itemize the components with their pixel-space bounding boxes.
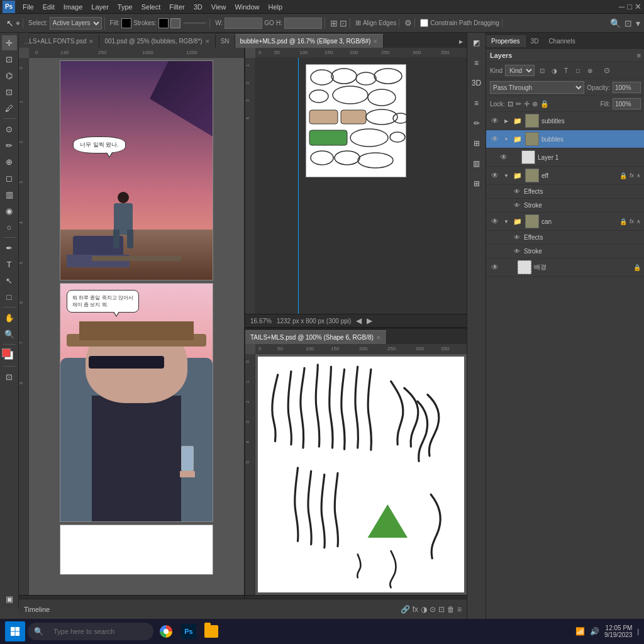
gear-icon[interactable]: ⚙ (404, 18, 412, 28)
start-button[interactable] (5, 621, 25, 641)
effects-eff-item[interactable]: 👁 Effects (486, 185, 644, 199)
tab-tails-mls[interactable]: TAILS+MLS.psd @ 100% (Shape 6, RGB/8) ✕ (245, 330, 387, 344)
top-canvas-content[interactable] (255, 58, 467, 314)
close-btn[interactable]: ✕ (635, 2, 641, 11)
swatches-panel-btn[interactable]: ⊞ (469, 136, 484, 151)
tab-layers[interactable]: Properties (486, 35, 526, 47)
lasso-tool[interactable]: ⌬ (2, 68, 17, 83)
menu-window[interactable]: Window (231, 2, 263, 12)
fill-input[interactable] (613, 98, 641, 109)
layer-item-can[interactable]: 👁 ▼ 📁 can 🔒 fx ∧ (486, 213, 644, 231)
layer-item-layer1[interactable]: 👁 ▶ Layer 1 (486, 148, 644, 167)
eye-background[interactable]: 👁 (490, 262, 500, 272)
select-dropdown[interactable]: Active Layers (50, 17, 102, 30)
stroke-color-swatch[interactable] (158, 18, 169, 28)
eye-can[interactable]: 👁 (490, 216, 500, 226)
tab-3d[interactable]: 3D (526, 35, 544, 47)
brush-panel-btn[interactable]: ✏ (469, 116, 484, 131)
expand-eff-icon[interactable]: ∧ (636, 172, 641, 179)
tab-sn[interactable]: SN (216, 34, 235, 48)
eye-eff[interactable]: 👁 (490, 170, 500, 180)
channels-panel-btn[interactable]: ≡ (469, 96, 484, 111)
blur-tool[interactable]: ◉ (2, 203, 17, 218)
show-desktop-btn[interactable]: | (637, 628, 639, 635)
blend-mode-dropdown[interactable]: Pass Through Normal Multiply (490, 81, 584, 94)
left-canvas-content[interactable]: 너무 일찍 왔나. (29, 58, 244, 595)
opacity-input[interactable] (613, 82, 641, 93)
lock-position-icon[interactable]: ✛ (524, 100, 530, 108)
restore-btn[interactable]: □ (627, 2, 632, 11)
menu-type[interactable]: Type (114, 2, 136, 12)
crop-tool[interactable]: ⊡ (2, 84, 17, 99)
history-panel-btn[interactable]: ◩ (469, 35, 484, 50)
arrow-eff[interactable]: ▼ (502, 172, 510, 179)
volume-icon[interactable]: 🔊 (590, 627, 599, 636)
eye-effects-eff[interactable]: 👁 (513, 187, 521, 196)
tab-tails-mls-close[interactable]: ✕ (376, 335, 381, 341)
layer-item-subtitles[interactable]: 👁 ▶ 📁 subtitles (486, 112, 644, 130)
type-filter-icon[interactable]: T (561, 65, 571, 75)
tab-bubble-mls[interactable]: bubble+MLS.psd @ 16.7% (Ellipse 3, RGB/8… (235, 34, 384, 48)
layer-item-bubbles[interactable]: 👁 ▼ 📁 bubbles (486, 130, 644, 148)
layers-kind-dropdown[interactable]: Kind (505, 65, 535, 76)
timeline-btn-1[interactable]: 🔗 (401, 605, 410, 614)
arrow-can[interactable]: ▼ (502, 218, 510, 225)
effects-can-item[interactable]: 👁 Effects (486, 231, 644, 245)
tab-001-close[interactable]: ✕ (205, 38, 210, 45)
spot-heal-tool[interactable]: ⊙ (2, 121, 17, 136)
menu-edit[interactable]: Edit (39, 2, 58, 12)
adjust-filter-icon[interactable]: ◑ (549, 65, 559, 75)
bottom-canvas-content[interactable] (255, 354, 467, 595)
path-select-tool[interactable]: ↖ (2, 273, 17, 288)
transform-icon[interactable]: ⊞ (330, 18, 338, 28)
layer-item-background[interactable]: 👁 ▶ 배경 🔒 (486, 258, 644, 277)
arrow-tool-icon2[interactable]: ⌖ (16, 19, 20, 28)
timeline-options-icon[interactable]: ≡ (457, 605, 462, 614)
timeline-btn-6[interactable]: 🗑 (447, 605, 455, 614)
lock-transparent-icon[interactable]: ⊡ (508, 100, 513, 108)
properties-panel-btn[interactable]: ≡ (469, 55, 484, 70)
tab-mls-fonts[interactable]: MLS+ALL FONTS.psd ✕ (19, 34, 99, 48)
layers-menu-icon[interactable]: ≡ (637, 52, 641, 59)
menu-3d[interactable]: 3D (190, 2, 206, 12)
top-status-prev[interactable]: ◀ (356, 316, 362, 325)
clone-tool[interactable]: ⊕ (2, 154, 17, 169)
menu-view[interactable]: View (208, 2, 230, 12)
tab-bubble-mls-close[interactable]: ✕ (373, 38, 378, 45)
timeline-btn-4[interactable]: ⊙ (430, 605, 436, 614)
taskbar-search-box[interactable]: 🔍 (28, 623, 153, 640)
network-icon[interactable]: 📶 (575, 627, 585, 636)
color-swatches[interactable] (2, 348, 17, 362)
lock-artboard-icon[interactable]: ⊕ (532, 100, 538, 108)
move-tool[interactable]: ✛ (2, 35, 17, 50)
tab-mls-fonts-close[interactable]: ✕ (89, 38, 94, 45)
smart-filter-icon[interactable]: ⊕ (585, 65, 595, 75)
brush-tool[interactable]: ✏ (2, 138, 17, 153)
eye-stroke-can[interactable]: 👁 (513, 247, 521, 256)
menu-select[interactable]: Select (138, 2, 165, 12)
top-status-next[interactable]: ▶ (367, 316, 372, 325)
workspace-icon[interactable]: ⊡ (625, 18, 632, 28)
menu-image[interactable]: Image (60, 2, 87, 12)
timeline-btn-2[interactable]: fx (413, 605, 418, 614)
text-tool[interactable]: T (2, 257, 17, 272)
lock-all-icon[interactable]: 🔒 (540, 100, 549, 108)
tab-001[interactable]: 001.psd @ 25% (bubbles, RGB/8*) ✕ (99, 34, 215, 48)
stroke-style-swatch[interactable] (170, 18, 180, 28)
eraser-tool[interactable]: ◻ (2, 170, 17, 186)
eye-layer1[interactable]: 👁 (499, 152, 509, 162)
search-icon[interactable]: 🔍 (610, 18, 621, 28)
arrow-bubbles[interactable]: ▼ (502, 135, 510, 143)
eye-effects-can[interactable]: 👁 (513, 233, 521, 242)
tab-more-btn[interactable]: ▸ (455, 35, 467, 48)
h-input[interactable] (284, 18, 322, 29)
menu-layer[interactable]: Layer (87, 2, 113, 12)
taskbar-photoshop[interactable]: Ps (179, 621, 199, 641)
tab-channels[interactable]: Channels (543, 35, 580, 47)
stroke-eff-item[interactable]: 👁 Stroke (486, 199, 644, 213)
taskbar-explorer[interactable] (201, 621, 221, 641)
timeline-btn-5[interactable]: ⊡ (438, 605, 445, 614)
layer-item-eff[interactable]: 👁 ▼ 📁 eff 🔒 fx ∧ (486, 167, 644, 185)
eye-bubbles[interactable]: 👁 (490, 134, 500, 144)
filter-toggle-icon[interactable]: ⊙ (602, 65, 612, 75)
